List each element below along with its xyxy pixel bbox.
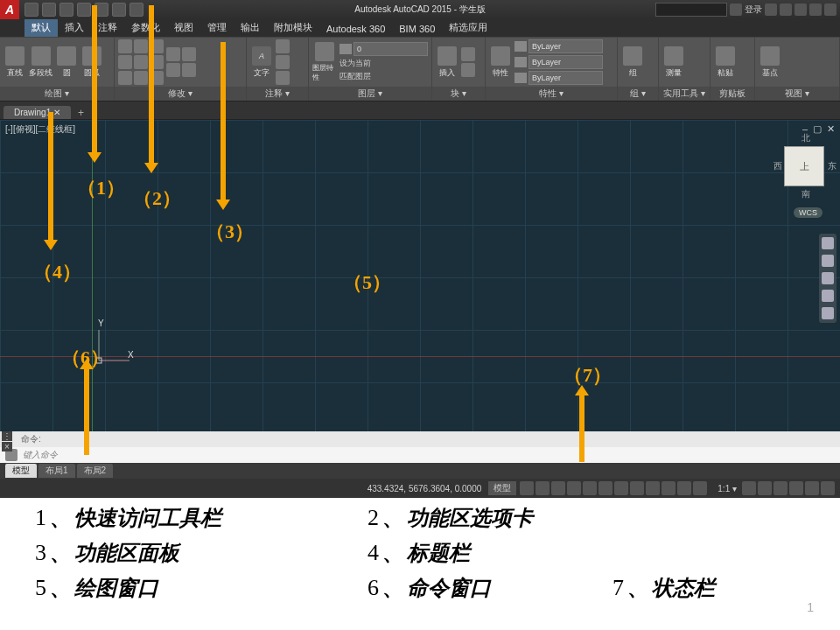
btn-move[interactable] [118, 39, 132, 53]
panel-util-title[interactable]: 实用工具 ▾ [659, 87, 710, 101]
coordinates-readout[interactable]: 433.4324, 5676.3604, 0.0000 [360, 484, 489, 494]
tab-insert[interactable]: 插入 [58, 18, 91, 37]
status-isoplane-icon[interactable] [583, 481, 597, 495]
btn-polyline[interactable]: 多段线 [29, 46, 52, 79]
btn-edit-block[interactable] [461, 63, 475, 77]
btn-table[interactable] [276, 71, 290, 85]
signin-label[interactable]: 登录 [745, 4, 762, 16]
btn-circle[interactable]: 圆 [55, 46, 78, 79]
btn-rotate[interactable] [134, 39, 148, 53]
status-dyn-icon[interactable] [646, 481, 660, 495]
nav-fullnav-icon[interactable] [822, 237, 834, 249]
btn-chamfer[interactable] [182, 63, 196, 77]
status-polar-icon[interactable] [567, 481, 581, 495]
status-cycling-icon[interactable] [693, 481, 707, 495]
tab-bim360[interactable]: BIM 360 [392, 21, 442, 37]
status-workspace-icon[interactable] [758, 481, 772, 495]
status-ortho-icon[interactable] [551, 481, 565, 495]
status-otrack-icon[interactable] [630, 481, 644, 495]
btn-offset[interactable] [166, 63, 180, 77]
status-lwt-icon[interactable] [662, 481, 676, 495]
signin-icon[interactable] [730, 4, 742, 16]
viewcube[interactable]: 上 [784, 146, 824, 186]
btn-erase[interactable] [166, 47, 180, 61]
tab-layout1[interactable]: 布局1 [38, 464, 75, 478]
status-hardware-icon[interactable] [774, 481, 788, 495]
qat-undo-icon[interactable] [112, 3, 126, 17]
status-annomonitor-icon[interactable] [742, 481, 756, 495]
qat-save-icon[interactable] [60, 3, 74, 17]
btn-mirror[interactable] [134, 55, 148, 69]
btn-layer-properties[interactable]: 图层特性 [312, 42, 337, 82]
tab-view[interactable]: 视图 [167, 18, 200, 37]
tab-model[interactable]: 模型 [5, 464, 37, 478]
qat-redo-icon[interactable] [130, 3, 144, 17]
window-close-icon[interactable] [824, 4, 836, 16]
tab-layout2[interactable]: 布局2 [77, 464, 114, 478]
tab-featured[interactable]: 精选应用 [442, 18, 494, 37]
btn-insert-block[interactable]: 插入 [436, 46, 458, 79]
status-snap-icon[interactable] [536, 481, 550, 495]
btn-match-layer[interactable]: 匹配图层 [340, 71, 428, 82]
window-restore-icon[interactable] [809, 4, 822, 16]
status-grid-icon[interactable] [520, 481, 534, 495]
panel-layer-title[interactable]: 图层 ▾ [309, 87, 431, 101]
status-osnap-icon[interactable] [598, 481, 612, 495]
tab-a360[interactable]: Autodesk 360 [319, 21, 392, 37]
viewport-maximize[interactable]: ▢ [813, 123, 822, 135]
status-customize-icon[interactable] [821, 481, 835, 495]
tab-parametric[interactable]: 参数化 [124, 18, 167, 37]
nav-pan-icon[interactable] [822, 255, 834, 267]
panel-group-title[interactable]: 组 ▾ [618, 87, 658, 101]
window-minimize-icon[interactable] [794, 4, 807, 16]
status-model-toggle[interactable]: 模型 [488, 481, 516, 495]
panel-prop-title[interactable]: 特性 ▾ [486, 87, 617, 101]
viewport-close[interactable]: ✕ [827, 123, 835, 135]
btn-make-current[interactable]: 设为当前 [340, 58, 428, 69]
btn-scale[interactable] [134, 71, 148, 85]
infocenter-search[interactable] [655, 3, 727, 17]
panel-annot-title[interactable]: 注释 ▾ [247, 87, 308, 101]
help-icon[interactable] [780, 4, 792, 16]
exchange-icon[interactable] [765, 4, 777, 16]
status-3dosnap-icon[interactable] [614, 481, 628, 495]
btn-group[interactable]: 组 [621, 46, 644, 79]
btn-explode[interactable] [182, 47, 196, 61]
qat-open-icon[interactable] [42, 3, 56, 17]
layer-dropdown[interactable]: 0 [354, 42, 428, 56]
file-tab-drawing1[interactable]: Drawing1 ✕ [4, 106, 71, 119]
panel-block-title[interactable]: 块 ▾ [432, 87, 485, 101]
btn-measure[interactable]: 测量 [662, 46, 685, 79]
btn-copy[interactable] [118, 55, 132, 69]
tab-output[interactable]: 输出 [234, 18, 267, 37]
btn-paste[interactable]: 粘贴 [714, 46, 737, 79]
nav-orbit-icon[interactable] [822, 290, 834, 302]
app-menu-button[interactable]: A [0, 0, 19, 19]
annotation-scale[interactable]: 1:1 ▾ [712, 484, 742, 494]
cmd-handle-icon[interactable]: ⋮ [2, 431, 12, 441]
btn-base[interactable]: 基点 [759, 46, 781, 79]
panel-view-title[interactable]: 视图 ▾ [755, 87, 839, 101]
btn-dimension[interactable] [276, 39, 290, 53]
nav-zoom-icon[interactable] [822, 272, 834, 284]
drawing-area[interactable]: [-][俯视][二维线框] – ▢ ✕ Y X 北 南 东 西 上 WCS [0, 120, 840, 431]
command-input[interactable]: 键入命令 [23, 449, 58, 461]
wcs-badge[interactable]: WCS [794, 207, 822, 218]
panel-modify-title[interactable]: 修改 ▾ [115, 87, 246, 101]
linetype-dropdown[interactable]: ByLayer [528, 71, 603, 85]
viewport-label[interactable]: [-][俯视][二维线框] [5, 123, 75, 136]
btn-text[interactable]: A文字 [250, 46, 273, 79]
nav-showmotion-icon[interactable] [822, 307, 834, 319]
lineweight-dropdown[interactable]: ByLayer [528, 55, 603, 69]
status-transparency-icon[interactable] [677, 481, 691, 495]
btn-create-block[interactable] [461, 47, 475, 61]
file-tab-new[interactable]: + [73, 107, 89, 119]
color-dropdown[interactable]: ByLayer [528, 39, 603, 53]
btn-line[interactable]: 直线 [4, 46, 26, 79]
qat-new-icon[interactable] [24, 3, 38, 17]
btn-leader[interactable] [276, 55, 290, 69]
command-window[interactable]: ⋮ × 命令: 键入命令 [0, 431, 840, 463]
btn-stretch[interactable] [118, 71, 132, 85]
tab-addins[interactable]: 附加模块 [267, 18, 319, 37]
status-isolate-icon[interactable] [789, 481, 803, 495]
